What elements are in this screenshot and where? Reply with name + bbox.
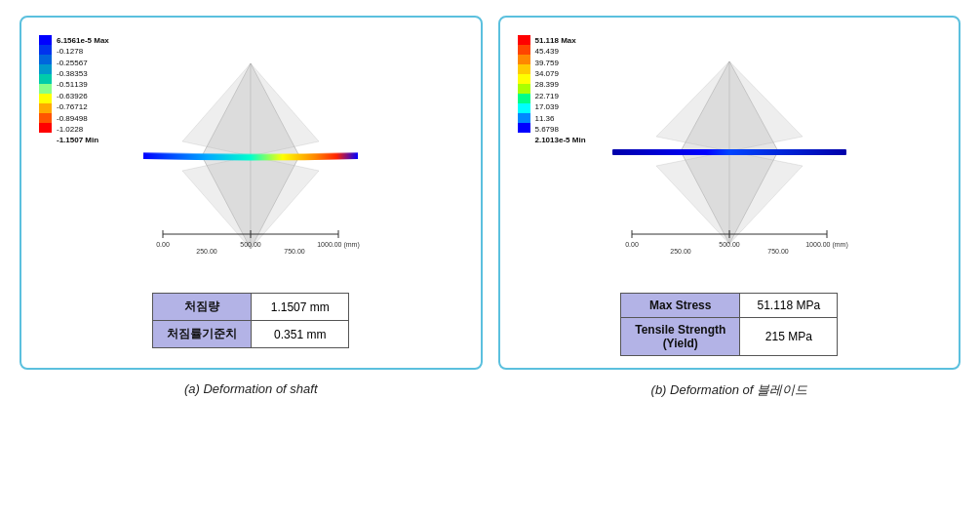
r-legend-color-7 bbox=[518, 94, 530, 103]
r-legend-label-v7: 11.36 bbox=[535, 113, 586, 124]
right-data-table: Max Stress 51.118 MPa Tensile Strength (… bbox=[620, 293, 838, 356]
svg-marker-2 bbox=[182, 63, 251, 156]
svg-text:1000.00 (mm): 1000.00 (mm) bbox=[317, 241, 360, 249]
svg-marker-20 bbox=[729, 151, 803, 244]
table-row-1: 처짐량 1.1507 mm bbox=[153, 294, 349, 321]
left-value-2: 0.351 mm bbox=[252, 321, 349, 348]
r-legend-color-3 bbox=[518, 55, 530, 64]
right-legend: 51.118 Max 45.439 39.759 34.079 28.399 2… bbox=[518, 35, 586, 146]
svg-marker-18 bbox=[656, 151, 729, 244]
svg-marker-19 bbox=[729, 61, 803, 151]
main-container: 6.1561e-5 Max -0.1278 -0.25567 -0.38353 … bbox=[0, 0, 980, 378]
svg-marker-3 bbox=[182, 156, 251, 249]
left-shaft-svg: 0.00 250.00 500.00 750.00 1000.00 (mm) bbox=[124, 54, 377, 259]
right-legend-labels: 51.118 Max 45.439 39.759 34.079 28.399 2… bbox=[535, 35, 586, 146]
captions-row: (a) Deformation of shaft (b) Deformation… bbox=[0, 378, 980, 399]
legend-label-v2: -0.25567 bbox=[57, 58, 109, 68]
svg-marker-17 bbox=[656, 61, 729, 151]
right-value-2: 215 MPa bbox=[740, 318, 838, 356]
caption-right: (b) Deformation of 블레이드 bbox=[498, 381, 961, 399]
left-legend-labels: 6.1561e-5 Max -0.1278 -0.25567 -0.38353 … bbox=[57, 35, 109, 146]
r-legend-label-min: 2.1013e-5 Min bbox=[535, 135, 586, 145]
svg-text:500.00: 500.00 bbox=[719, 241, 740, 248]
r-legend-label-max: 51.118 Max bbox=[535, 35, 586, 46]
legend-label-max: 6.1561e-5 Max bbox=[57, 35, 109, 46]
legend-label-v8: -1.0228 bbox=[57, 124, 109, 135]
legend-color-10 bbox=[39, 123, 52, 133]
r-legend-color-10 bbox=[518, 123, 530, 133]
r-legend-color-5 bbox=[518, 74, 530, 84]
left-legend: 6.1561e-5 Max -0.1278 -0.25567 -0.38353 … bbox=[39, 35, 109, 146]
legend-label-v7: -0.89498 bbox=[57, 113, 109, 124]
left-panel: 6.1561e-5 Max -0.1278 -0.25567 -0.38353 … bbox=[20, 16, 483, 370]
svg-marker-5 bbox=[251, 156, 319, 249]
r-legend-label-v8: 5.6798 bbox=[535, 124, 586, 135]
legend-color-7 bbox=[39, 94, 52, 103]
legend-label-v1: -0.1278 bbox=[57, 46, 109, 57]
r-legend-color-6 bbox=[518, 84, 530, 94]
caption-left: (a) Deformation of shaft bbox=[20, 381, 483, 399]
legend-color-5 bbox=[39, 74, 52, 84]
legend-color-9 bbox=[39, 113, 52, 123]
table-row-2: 처짐률기준치 0.351 mm bbox=[153, 321, 349, 348]
r-legend-label-v2: 39.759 bbox=[535, 58, 586, 68]
r-legend-color-1 bbox=[518, 35, 530, 45]
legend-label-v4: -0.51139 bbox=[57, 79, 109, 90]
r-legend-label-v6: 17.039 bbox=[535, 101, 586, 112]
right-value-1: 51.118 MPa bbox=[740, 294, 838, 318]
svg-marker-4 bbox=[251, 63, 319, 156]
r-legend-color-2 bbox=[518, 45, 530, 55]
svg-text:250.00: 250.00 bbox=[670, 248, 691, 255]
legend-label-v3: -0.38353 bbox=[57, 68, 109, 79]
right-blade-svg: 0.00 250.00 500.00 750.00 1000.00 (mm) bbox=[593, 54, 866, 259]
svg-text:750.00: 750.00 bbox=[285, 248, 306, 255]
svg-text:1000.00 (mm): 1000.00 (mm) bbox=[805, 241, 848, 249]
left-visualization: 6.1561e-5 Max -0.1278 -0.25567 -0.38353 … bbox=[33, 29, 469, 283]
svg-text:500.00: 500.00 bbox=[241, 241, 262, 248]
left-label-1: 처짐량 bbox=[153, 294, 252, 321]
r-table-row-2: Tensile Strength (Yield) 215 MPa bbox=[621, 318, 838, 356]
r-legend-color-8 bbox=[518, 103, 530, 113]
legend-color-4 bbox=[39, 64, 52, 74]
legend-label-v5: -0.63926 bbox=[57, 91, 109, 101]
right-panel: 51.118 Max 45.439 39.759 34.079 28.399 2… bbox=[498, 16, 961, 370]
legend-color-1 bbox=[39, 35, 52, 45]
svg-text:0.00: 0.00 bbox=[625, 241, 639, 248]
svg-text:750.00: 750.00 bbox=[767, 248, 789, 255]
right-visualization: 51.118 Max 45.439 39.759 34.079 28.399 2… bbox=[512, 29, 948, 283]
legend-color-8 bbox=[39, 103, 52, 113]
r-legend-label-v3: 34.079 bbox=[535, 68, 586, 79]
left-data-table: 처짐량 1.1507 mm 처짐률기준치 0.351 mm bbox=[152, 293, 349, 348]
legend-label-min: -1.1507 Min bbox=[57, 135, 109, 145]
svg-text:0.00: 0.00 bbox=[156, 241, 170, 248]
legend-label-v6: -0.76712 bbox=[57, 101, 109, 112]
svg-rect-21 bbox=[612, 149, 846, 155]
legend-color-2 bbox=[39, 45, 52, 55]
r-legend-label-v5: 22.719 bbox=[535, 91, 586, 101]
left-value-1: 1.1507 mm bbox=[252, 294, 349, 321]
right-label-1: Max Stress bbox=[621, 294, 740, 318]
r-table-row-1: Max Stress 51.118 MPa bbox=[621, 294, 838, 318]
legend-color-3 bbox=[39, 55, 52, 64]
r-legend-color-9 bbox=[518, 113, 530, 123]
svg-text:250.00: 250.00 bbox=[197, 248, 218, 255]
r-legend-label-v4: 28.399 bbox=[535, 79, 586, 90]
r-legend-color-4 bbox=[518, 64, 530, 74]
legend-color-6 bbox=[39, 84, 52, 94]
r-legend-label-v1: 45.439 bbox=[535, 46, 586, 57]
right-label-2: Tensile Strength (Yield) bbox=[621, 318, 740, 356]
left-label-2: 처짐률기준치 bbox=[153, 321, 252, 348]
